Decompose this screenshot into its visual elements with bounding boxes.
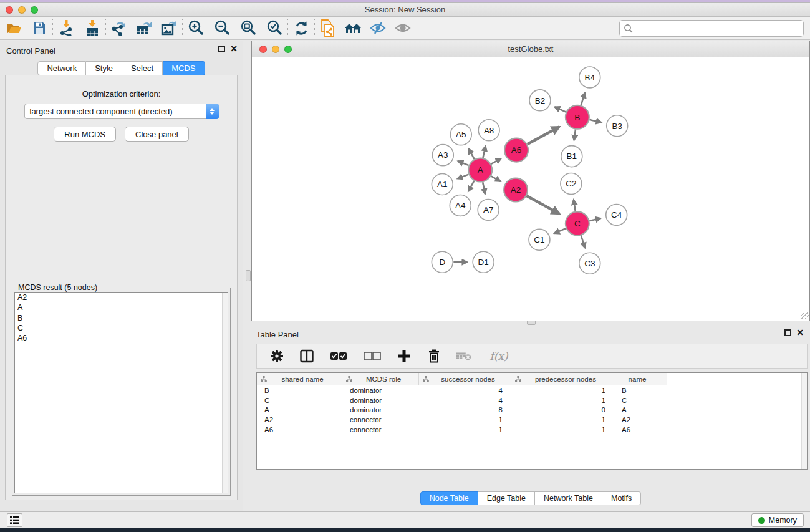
result-list-scrollbar[interactable] [222, 293, 228, 493]
save-session-button[interactable] [30, 19, 49, 37]
edge-B-B4[interactable] [581, 93, 585, 105]
node-B1[interactable]: B1 [561, 146, 582, 167]
float-panel-icon[interactable] [218, 46, 225, 52]
function-builder-button[interactable]: f(x) [486, 347, 511, 365]
export-network-button[interactable] [110, 19, 128, 37]
result-list-item[interactable]: C [15, 323, 228, 333]
hide-all-columns-button[interactable] [363, 347, 382, 365]
column-header-successor-nodes[interactable]: successor nodes [419, 373, 511, 385]
cell-successor-nodes[interactable]: 4 [419, 387, 511, 394]
tab-style[interactable]: Style [86, 61, 122, 75]
cell-successor-nodes[interactable]: 1 [419, 426, 511, 433]
search-input[interactable] [634, 22, 803, 35]
cell-shared-name[interactable]: B [257, 387, 342, 394]
edge-A-A7[interactable] [483, 182, 485, 194]
node-A[interactable]: A [468, 158, 492, 182]
import-network-button[interactable] [57, 19, 75, 37]
refresh-view-button[interactable] [292, 19, 311, 37]
show-all-columns-button[interactable] [329, 347, 348, 365]
home-button[interactable] [344, 19, 362, 37]
import-table-button[interactable] [83, 19, 102, 37]
node-A3[interactable]: A3 [432, 145, 453, 166]
show-graphics-details-button[interactable] [393, 19, 412, 37]
toggle-table-layout-button[interactable] [299, 347, 314, 365]
edge-C-C2[interactable] [574, 200, 576, 211]
cell-MCDS-role[interactable]: dominator [342, 406, 419, 414]
edge-A-A4[interactable] [468, 181, 474, 191]
cell-successor-nodes[interactable]: 4 [419, 397, 511, 404]
network-graph[interactable]: B4B2BB3A8A5A6A3B1AC2A1A2A4A7C4CC1DD1C3 [253, 58, 809, 320]
node-B2[interactable]: B2 [529, 90, 551, 111]
node-A2[interactable]: A2 [504, 178, 528, 202]
cell-successor-nodes[interactable]: 1 [419, 416, 511, 423]
node-D[interactable]: D [432, 251, 453, 273]
node-A8[interactable]: A8 [478, 120, 499, 141]
delete-table-button[interactable] [456, 347, 471, 365]
node-B[interactable]: B [566, 105, 589, 129]
hide-graphics-details-button[interactable] [369, 19, 387, 37]
edge-B-B3[interactable] [589, 120, 601, 122]
node-C2[interactable]: C2 [561, 173, 582, 195]
edge-A6-B[interactable] [528, 127, 559, 144]
column-header-predecessor-nodes[interactable]: predecessor nodes [511, 373, 614, 385]
cell-MCDS-role[interactable]: connector [342, 426, 419, 433]
edge-A2-C[interactable] [527, 196, 559, 214]
tab-select[interactable]: Select [122, 61, 163, 75]
tab-edge-table[interactable]: Edge Table [478, 491, 535, 505]
float-table-panel-icon[interactable] [784, 329, 791, 336]
create-column-button[interactable] [397, 347, 412, 365]
export-image-button[interactable] [160, 19, 178, 37]
node-A1[interactable]: A1 [432, 174, 453, 195]
result-list-item[interactable]: B [15, 313, 228, 323]
close-panel-icon[interactable]: ✕ [230, 46, 238, 52]
cell-shared-name[interactable]: A [257, 406, 342, 414]
table-row[interactable]: Cdominator41C [257, 395, 807, 405]
node-D1[interactable]: D1 [473, 251, 494, 273]
delete-column-button[interactable] [427, 347, 441, 365]
tab-mcds[interactable]: MCDS [163, 61, 205, 75]
cell-name[interactable]: C [614, 397, 667, 404]
cell-shared-name[interactable]: A6 [257, 426, 342, 433]
cell-shared-name[interactable]: C [257, 397, 342, 404]
node-A4[interactable]: A4 [450, 195, 471, 216]
edge-A-A3[interactable] [458, 161, 468, 165]
edge-A-A1[interactable] [458, 175, 469, 179]
edge-C-C3[interactable] [581, 235, 585, 248]
table-settings-button[interactable] [269, 347, 284, 365]
edge-B-B1[interactable] [574, 130, 576, 140]
cell-predecessor-nodes[interactable]: 1 [511, 416, 614, 423]
cell-name[interactable]: B [614, 387, 667, 394]
run-mcds-button[interactable]: Run MCDS [54, 127, 116, 142]
new-network-from-selection-button[interactable] [319, 19, 337, 37]
column-header-shared-name[interactable]: shared name [257, 373, 342, 385]
task-history-button[interactable] [7, 513, 22, 527]
close-panel-button[interactable]: Close panel [125, 127, 189, 142]
result-list-item[interactable]: A [15, 302, 228, 312]
close-table-panel-icon[interactable]: ✕ [796, 329, 804, 336]
tab-network-table[interactable]: Network Table [535, 491, 602, 505]
edge-C-C1[interactable] [554, 228, 566, 233]
memory-button[interactable]: Memory [751, 513, 804, 527]
zoom-selected-button[interactable] [265, 19, 284, 37]
edge-A-A5[interactable] [469, 148, 475, 159]
result-list-item[interactable]: A2 [15, 293, 228, 302]
result-list-item[interactable]: A6 [15, 333, 228, 343]
table-row[interactable]: A6connector11A6 [257, 425, 807, 435]
cell-successor-nodes[interactable]: 8 [419, 406, 511, 414]
window-resize-handle[interactable] [801, 312, 809, 320]
table-scrollbar[interactable] [801, 373, 807, 469]
table-row[interactable]: A2connector11A2 [257, 415, 807, 425]
zoom-in-button[interactable] [186, 19, 205, 37]
edge-A-A2[interactable] [491, 176, 501, 181]
zoom-out-button[interactable] [213, 19, 231, 37]
mcds-result-list[interactable]: A2ABCA6 [14, 292, 228, 493]
column-header-name[interactable]: name [614, 373, 667, 385]
edge-C-C4[interactable] [589, 218, 600, 221]
node-A5[interactable]: A5 [450, 124, 471, 145]
cell-predecessor-nodes[interactable]: 1 [511, 397, 614, 404]
cell-name[interactable]: A6 [614, 426, 667, 433]
node-B4[interactable]: B4 [579, 67, 600, 88]
cell-MCDS-role[interactable]: connector [342, 416, 419, 423]
cell-shared-name[interactable]: A2 [257, 416, 342, 423]
node-C3[interactable]: C3 [579, 253, 600, 274]
